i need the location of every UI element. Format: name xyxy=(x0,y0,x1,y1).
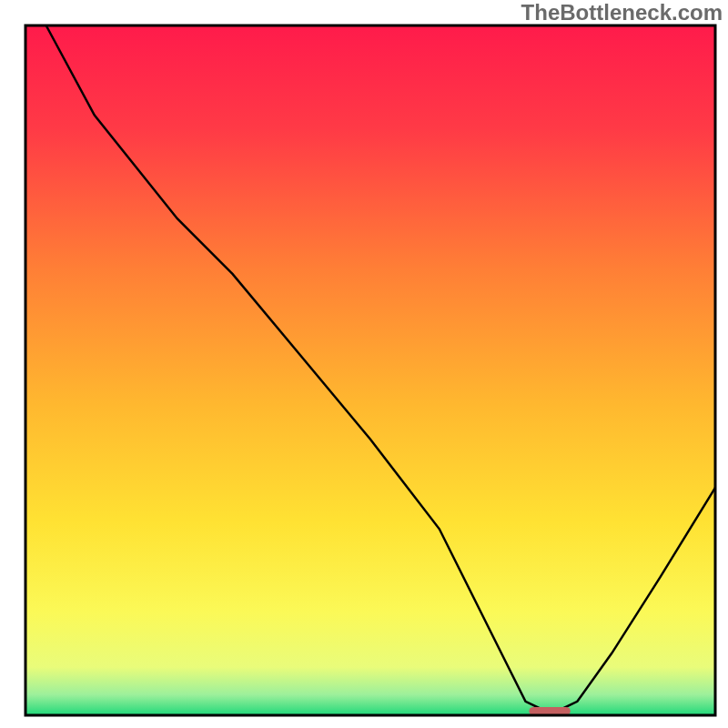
chart-background xyxy=(25,25,715,715)
bottleneck-chart xyxy=(0,0,728,728)
